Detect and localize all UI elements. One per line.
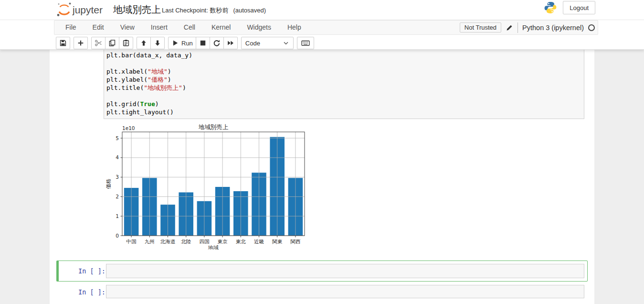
svg-text:中国: 中国 <box>127 239 137 244</box>
move-up-button[interactable] <box>137 37 151 49</box>
svg-text:価格: 価格 <box>106 179 112 189</box>
run-icon <box>171 39 179 47</box>
cut-button[interactable] <box>91 37 106 49</box>
checkpoint-text: Last Checkpoint: 数秒前 <box>162 7 228 14</box>
python-logo-icon <box>544 1 557 14</box>
header: jupyter 地域別売上 Last Checkpoint: 数秒前(autos… <box>0 0 644 50</box>
menu-help[interactable]: Help <box>279 21 309 34</box>
move-down-button[interactable] <box>150 37 165 49</box>
menu-kernel[interactable]: Kernel <box>203 21 239 34</box>
svg-text:四国: 四国 <box>199 239 209 244</box>
menu-view[interactable]: View <box>112 21 143 34</box>
svg-text:0: 0 <box>116 233 119 239</box>
menu-widgets[interactable]: Widgets <box>239 21 279 34</box>
svg-text:東京: 東京 <box>218 239 228 244</box>
cell-type-value: Code <box>245 40 260 47</box>
empty-cell[interactable]: In [ ]: <box>56 284 588 301</box>
svg-text:東北: 東北 <box>236 239 246 244</box>
menu-bar: FileEditViewInsertCellKernelWidgetsHelp … <box>0 20 644 34</box>
svg-text:近畿: 近畿 <box>254 239 264 244</box>
jupyter-logo[interactable]: jupyter <box>55 2 108 17</box>
empty-code-input[interactable] <box>106 285 584 298</box>
interrupt-icon <box>199 39 207 47</box>
restart-button[interactable] <box>210 37 224 49</box>
save-icon <box>59 39 67 47</box>
restart-run-all-button[interactable] <box>223 37 238 49</box>
save-button[interactable] <box>56 37 70 49</box>
svg-text:関西: 関西 <box>290 239 301 244</box>
svg-text:5: 5 <box>116 135 119 141</box>
move-up-icon <box>140 39 148 47</box>
notebook-title[interactable]: 地域別売上 <box>113 3 161 16</box>
trust-status-button[interactable]: Not Trusted <box>460 22 501 33</box>
paste-icon <box>122 39 130 47</box>
edit-pencil-icon[interactable] <box>506 24 513 32</box>
move-down-icon <box>154 39 161 47</box>
svg-text:関東: 関東 <box>272 239 283 244</box>
run-label: Run <box>181 40 193 47</box>
svg-text:3: 3 <box>116 174 119 180</box>
svg-text:北陸: 北陸 <box>180 239 191 244</box>
svg-text:地域: 地域 <box>208 245 219 250</box>
code-cell-input[interactable]: plt.bar(data_x, data_y) plt.xlabel("地域")… <box>104 50 584 119</box>
keyboard-icon <box>301 39 310 47</box>
insert-below-button[interactable] <box>74 37 88 49</box>
restart-run-all-icon <box>227 39 234 47</box>
svg-text:4: 4 <box>116 154 119 160</box>
cell-output-figure: 012345中国九州北海道北陸四国東京東北近畿関東関西地域別売上1e10地域価格 <box>106 121 306 250</box>
selected-empty-cell[interactable]: In [ ]: <box>56 261 588 282</box>
paste-button[interactable] <box>119 37 133 49</box>
kernel-name[interactable]: Python 3 (ipykernel) <box>522 24 584 32</box>
restart-icon <box>213 39 221 47</box>
svg-text:jupyter: jupyter <box>72 4 103 15</box>
kernel-idle-indicator-icon <box>588 24 595 31</box>
divider <box>517 22 518 33</box>
notebook-area: plt.bar(data_x, data_y) plt.xlabel("地域")… <box>50 50 594 304</box>
command-palette-button[interactable] <box>297 37 314 49</box>
cell-type-dropdown[interactable]: Code <box>241 37 294 49</box>
bar-chart: 012345中国九州北海道北陸四国東京東北近畿関東関西地域別売上1e10地域価格 <box>106 121 306 250</box>
menu-insert[interactable]: Insert <box>143 21 176 34</box>
svg-text:1: 1 <box>116 213 119 219</box>
interrupt-button[interactable] <box>196 37 210 49</box>
run-button[interactable]: Run <box>168 37 196 49</box>
svg-text:九州: 九州 <box>145 239 155 244</box>
svg-text:地域別売上: 地域別売上 <box>199 123 229 130</box>
input-prompt: In [ ]: <box>77 267 106 275</box>
cut-icon <box>95 39 102 47</box>
copy-icon <box>108 39 116 47</box>
chevron-down-icon <box>283 40 289 46</box>
checkpoint-status: Last Checkpoint: 数秒前(autosaved) <box>162 6 271 15</box>
svg-text:2: 2 <box>116 194 119 199</box>
insert-below-icon <box>77 39 84 47</box>
copy-button[interactable] <box>105 37 119 49</box>
svg-text:1e10: 1e10 <box>122 125 135 131</box>
autosaved-text: (autosaved) <box>233 7 266 14</box>
logout-button[interactable]: Logout <box>563 1 595 14</box>
menu-file[interactable]: File <box>57 21 84 34</box>
menu-edit[interactable]: Edit <box>84 21 112 34</box>
toolbar: Run Code <box>56 37 314 49</box>
empty-code-input[interactable] <box>106 264 584 278</box>
input-prompt: In [ ]: <box>77 288 106 296</box>
menu-cell[interactable]: Cell <box>176 21 203 34</box>
svg-text:北海道: 北海道 <box>160 239 176 244</box>
